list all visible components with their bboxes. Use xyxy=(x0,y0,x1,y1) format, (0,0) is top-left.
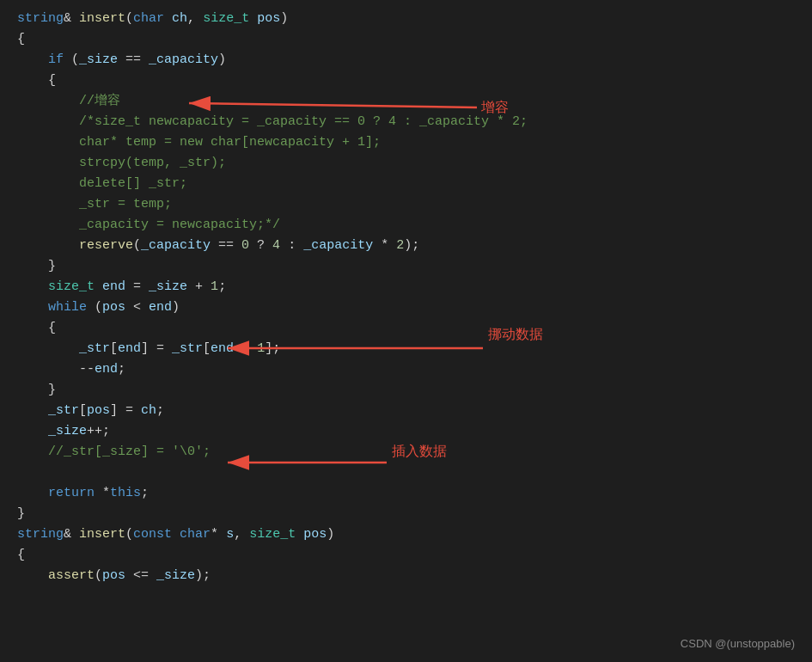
code-line-14: size_t end = _size + 1; xyxy=(17,277,812,297)
code-line-5: //增容 xyxy=(17,91,812,112)
code-line-17: _str[end] = _str[end - 1]; xyxy=(17,339,812,359)
code-line-9: delete[] _str; xyxy=(17,174,812,194)
code-line-3: if (_size == _capacity) xyxy=(17,50,812,70)
annotation-increase: 增容 xyxy=(481,96,509,119)
code-line-15: while (pos < end) xyxy=(17,297,812,318)
code-line-1: string& insert(char ch, size_t pos) xyxy=(17,9,812,29)
code-line-12: reserve(_capacity == 0 ? 4 : _capacity *… xyxy=(17,236,812,256)
code-line-11: _capacity = newcapacity;*/ xyxy=(17,215,812,236)
code-line-27: { xyxy=(17,545,812,566)
code-line-7: char* temp = new char[newcapacity + 1]; xyxy=(17,132,812,153)
code-line-6: /*size_t newcapacity = _capacity == 0 ? … xyxy=(17,112,812,132)
code-line-23 xyxy=(17,463,812,483)
code-line-25: } xyxy=(17,504,812,524)
code-line-28: assert(pos <= _size); xyxy=(17,566,812,586)
code-line-13: } xyxy=(17,256,812,277)
code-line-2: { xyxy=(17,29,812,50)
annotation-insert: 插入数据 xyxy=(392,440,447,463)
code-block: string& insert(char ch, size_t pos) { if… xyxy=(0,0,812,595)
code-line-18: --end; xyxy=(17,359,812,380)
code-line-21: _size++; xyxy=(17,421,812,442)
code-line-24: return *this; xyxy=(17,483,812,504)
code-line-10: _str = temp; xyxy=(17,194,812,215)
code-line-20: _str[pos] = ch; xyxy=(17,401,812,421)
code-line-16: { xyxy=(17,318,812,339)
code-line-26: string& insert(const char* s, size_t pos… xyxy=(17,524,812,545)
code-line-19: } xyxy=(17,380,812,401)
code-line-4: { xyxy=(17,70,812,91)
code-line-8: strcpy(temp, _str); xyxy=(17,153,812,174)
annotation-nudge: 挪动数据 xyxy=(488,323,543,346)
watermark: CSDN @(unstoppable) xyxy=(681,637,795,650)
